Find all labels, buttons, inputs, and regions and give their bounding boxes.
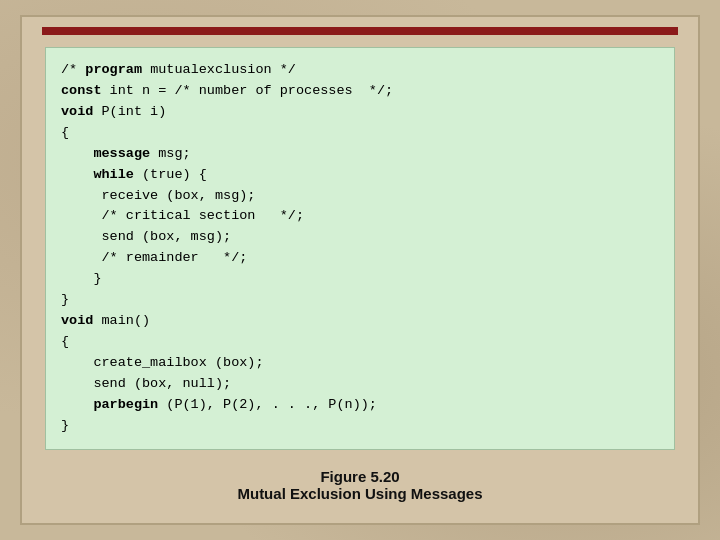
code-line: send (box, msg);	[61, 227, 659, 248]
slide-container: /* program mutualexclusion */ const int …	[20, 15, 700, 525]
code-line: message msg;	[61, 144, 659, 165]
code-line: /* remainder */;	[61, 248, 659, 269]
code-line: }	[61, 269, 659, 290]
code-line: receive (box, msg);	[61, 186, 659, 207]
caption: Figure 5.20 Mutual Exclusion Using Messa…	[237, 468, 482, 502]
caption-subtitle: Mutual Exclusion Using Messages	[237, 485, 482, 502]
code-block: /* program mutualexclusion */ const int …	[45, 47, 675, 450]
code-line: const int n = /* number of processes */;	[61, 81, 659, 102]
code-line: while (true) {	[61, 165, 659, 186]
caption-title: Figure 5.20	[237, 468, 482, 485]
code-line: create_mailbox (box);	[61, 353, 659, 374]
code-line: send (box, null);	[61, 374, 659, 395]
code-line: parbegin (P(1), P(2), . . ., P(n));	[61, 395, 659, 416]
code-line: }	[61, 416, 659, 437]
code-line: /* program mutualexclusion */	[61, 60, 659, 81]
top-bar	[42, 27, 678, 35]
code-line: {	[61, 123, 659, 144]
code-line: void main()	[61, 311, 659, 332]
code-line: }	[61, 290, 659, 311]
code-line: {	[61, 332, 659, 353]
code-line: void P(int i)	[61, 102, 659, 123]
code-line: /* critical section */;	[61, 206, 659, 227]
